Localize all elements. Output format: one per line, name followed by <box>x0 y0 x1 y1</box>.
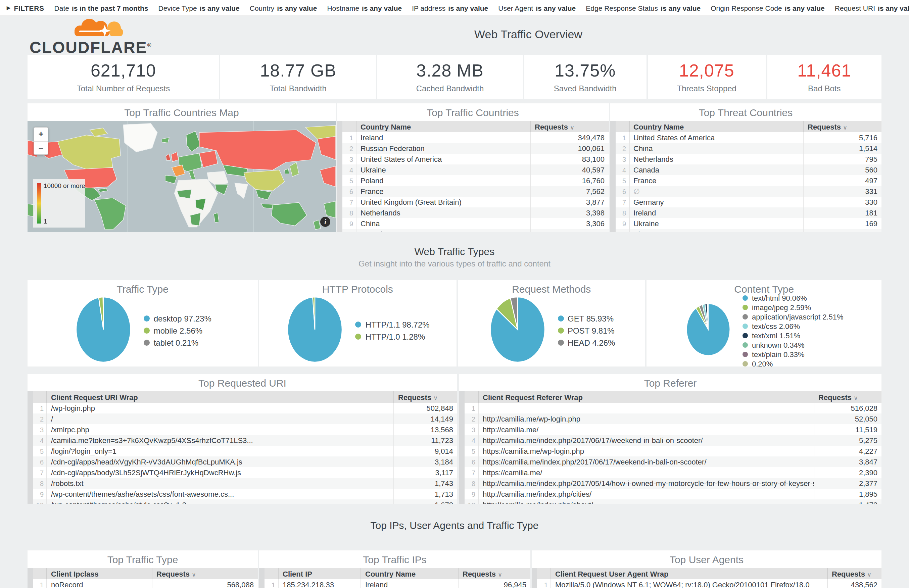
sort-chevron-icon: ∨ <box>867 571 872 578</box>
legend-item: HTTP/1.0 1.28% <box>355 332 429 341</box>
column-header-requests[interactable]: Requests∨ <box>458 568 530 579</box>
legend-item: text/xml 1.51% <box>743 331 844 339</box>
kpi-tile: 11,461Bad Bots <box>767 55 882 99</box>
column-header-client-request-user-agent-wrap: Client Request User Agent Wrap <box>551 568 827 579</box>
world-map[interactable]: + − 10000 or more 1 i <box>27 121 336 232</box>
legend-item: tablet 0.21% <box>144 338 212 347</box>
kpi-tile: 621,710Total Number of Requests <box>27 55 219 99</box>
legend-label: application/javascript 2.51% <box>752 312 844 320</box>
legend-dot <box>743 304 748 310</box>
pie-chart <box>685 301 732 357</box>
row-number: 2 <box>342 143 356 154</box>
map-zoom-out-button[interactable]: − <box>34 141 48 154</box>
map-legend-gradient <box>37 183 41 223</box>
request-methods-panel: Request Methods GET 85.93%POST 9.81%HEAD… <box>457 280 646 367</box>
row-number: 1 <box>33 403 47 414</box>
table-cell: /xmlrpc.php <box>47 424 394 435</box>
filter-item[interactable]: Dateis in the past 7 months <box>54 4 149 12</box>
filter-bar: ▶ FILTERS Dateis in the past 7 monthsDev… <box>0 0 909 16</box>
request-methods-pie <box>488 294 547 367</box>
filter-item[interactable]: Request URIis any value <box>835 4 909 12</box>
map-legend-min-label: 1 <box>44 218 47 225</box>
table-cell: Ireland <box>361 579 458 588</box>
map-zoom-in-button[interactable]: + <box>34 128 48 141</box>
table-row: 4http://camilia.me/index.php/2017/06/17/… <box>465 435 882 446</box>
kpi-tile: 3.28 MBCached Bandwidth <box>377 55 523 99</box>
column-header-requests[interactable]: Requests∨ <box>530 121 609 132</box>
row-number: 10 <box>33 499 47 504</box>
column-header-requests[interactable]: Requests∨ <box>814 391 882 403</box>
legend-dot <box>743 361 748 366</box>
filter-item[interactable]: Device Typeis any value <box>158 4 239 12</box>
page-title: Web Traffic Overview <box>176 28 881 42</box>
filter-item[interactable]: Origin Response Codeis any value <box>710 4 825 12</box>
uri-referer-row: Top Requested URI Client Request URI Wra… <box>27 374 882 504</box>
table-row: 5https://camilia.me/wp-login.php4,227 <box>465 446 882 456</box>
filters-caret-icon: ▶ <box>7 5 10 10</box>
web-traffic-types-heading: Web Traffic Types <box>0 246 909 257</box>
table-cell: 331 <box>803 186 882 197</box>
http-protocols-pie <box>286 294 345 367</box>
table-cell: 3,847 <box>814 456 882 467</box>
pie-slice-other[interactable] <box>708 304 708 329</box>
pie-charts-row: Traffic Type desktop 97.23%mobile 2.56%t… <box>27 280 882 367</box>
legend-item: GET 85.93% <box>557 314 615 323</box>
data-table: Client Request URI WrapRequests∨1/wp-log… <box>33 391 457 504</box>
legend-label: GET 85.93% <box>568 314 614 323</box>
filter-op-label: is any value <box>200 4 240 12</box>
table-cell: http://camilia.me/index.php/2017/05/14/h… <box>478 478 814 489</box>
column-header-requests[interactable]: Requests∨ <box>827 568 882 579</box>
table-cell: noRecord <box>47 579 152 588</box>
legend-dot <box>557 328 563 334</box>
legend-item: image/jpeg 2.59% <box>743 303 844 311</box>
content-type-panel: Content Type text/html 90.06%image/jpeg … <box>647 280 882 367</box>
table-cell: 1,895 <box>814 489 882 499</box>
filter-item[interactable]: User Agentis any value <box>498 4 576 12</box>
table-header-row: Country NameRequests∨ <box>342 121 609 132</box>
table-cell: 330 <box>803 197 882 207</box>
row-number: 4 <box>342 165 356 175</box>
table-row: 3http://camilia.me/11,519 <box>465 424 882 435</box>
table-row: 7Germany330 <box>615 197 882 207</box>
legend-dot <box>743 351 748 357</box>
kpi-value: 11,461 <box>797 60 851 81</box>
filter-op-label: is any value <box>277 4 317 12</box>
filter-item[interactable]: Edge Response Statusis any value <box>586 4 701 12</box>
table-row: 3United States of America83,100 <box>342 154 609 165</box>
row-number: 9 <box>342 218 356 229</box>
top-requested-uri-table: Client Request URI WrapRequests∨1/wp-log… <box>27 391 457 504</box>
kpi-tile: 13.75%Saved Bandwidth <box>524 55 646 99</box>
table-row: 8Netherlands3,398 <box>342 207 609 218</box>
row-number: 1 <box>615 132 629 143</box>
row-number: 10 <box>465 499 478 504</box>
filter-item[interactable]: Countryis any value <box>250 4 317 12</box>
table-row: 6https://camilia.me/index.php/2017/06/17… <box>465 456 882 467</box>
http-protocols-legend: HTTP/1.1 98.72%HTTP/1.0 1.28% <box>355 320 429 341</box>
sort-chevron-icon: ∨ <box>843 124 847 131</box>
legend-item: 0.20% <box>743 359 844 367</box>
filter-item[interactable]: IP addressis any value <box>412 4 488 12</box>
column-header-requests[interactable]: Requests∨ <box>803 121 882 132</box>
table-cell: 7,562 <box>530 186 609 197</box>
table-cell: 1,514 <box>803 143 882 154</box>
column-header-client-request-uri-wrap: Client Request URI Wrap <box>47 391 394 403</box>
row-number: 5 <box>33 446 47 456</box>
legend-label: text/plain 0.33% <box>752 350 805 358</box>
filters-toggle[interactable]: ▶ FILTERS <box>7 4 44 12</box>
table-cell: 11,723 <box>394 435 457 446</box>
column-header-requests[interactable]: Requests∨ <box>394 391 457 403</box>
top-requested-uri-panel: Top Requested URI Client Request URI Wra… <box>27 374 457 504</box>
row-number: 10 <box>342 229 356 232</box>
table-row: 5/login/?login_only=19,014 <box>33 446 457 456</box>
row-number: 8 <box>465 478 478 489</box>
row-number-header <box>615 121 629 132</box>
legend-label: 0.20% <box>752 359 773 367</box>
filter-item[interactable]: Hostnameis any value <box>327 4 402 12</box>
table-header-row: Country NameRequests∨ <box>615 121 882 132</box>
row-number: 7 <box>33 467 47 478</box>
column-header-requests[interactable]: Requests∨ <box>152 568 258 579</box>
map-info-button[interactable]: i <box>320 217 330 227</box>
row-number-header <box>342 121 356 132</box>
pie-slice-tablet[interactable] <box>103 297 103 329</box>
content-type-legend: text/html 90.06%image/jpeg 2.59%applicat… <box>743 294 844 367</box>
